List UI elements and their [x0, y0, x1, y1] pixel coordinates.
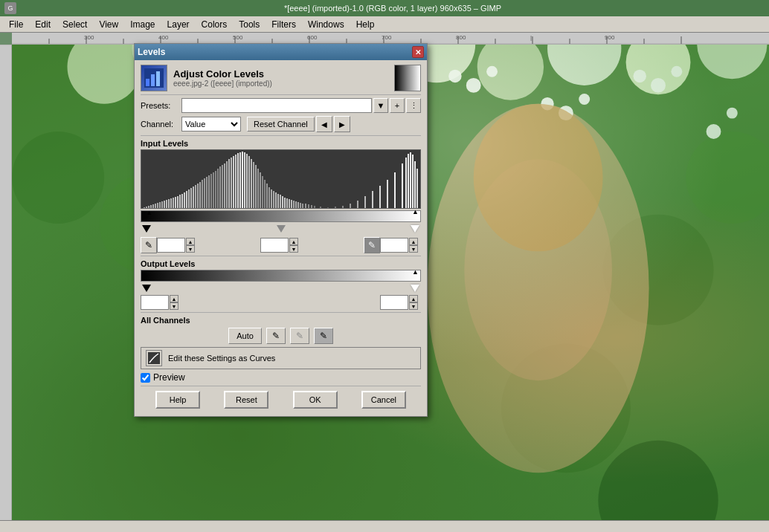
output-max-up[interactable]: ▲	[409, 295, 418, 302]
svg-rect-73	[141, 208, 143, 209]
menu-view[interactable]: View	[93, 18, 124, 31]
reset-channel-button[interactable]: Reset Channel	[247, 117, 315, 132]
svg-rect-153	[342, 206, 344, 209]
svg-point-64	[474, 104, 603, 252]
svg-rect-151	[327, 207, 329, 209]
black-point-down[interactable]: ▼	[186, 245, 195, 253]
output-white-handle[interactable]	[411, 285, 419, 292]
menu-filters[interactable]: Filters	[266, 18, 302, 31]
svg-rect-121	[248, 156, 250, 209]
menu-file[interactable]: File	[3, 18, 29, 31]
svg-rect-131	[271, 189, 272, 209]
svg-rect-102	[206, 177, 207, 209]
black-point-handle[interactable]	[142, 225, 151, 233]
svg-rect-140	[291, 200, 292, 209]
menu-layer[interactable]: Layer	[161, 18, 196, 31]
menu-edit[interactable]: Edit	[29, 18, 57, 31]
output-max-down[interactable]: ▼	[409, 302, 418, 310]
cancel-button[interactable]: Cancel	[361, 391, 406, 409]
preview-label[interactable]: Preview	[153, 372, 185, 383]
white-eyedropper[interactable]: ✎	[364, 237, 380, 253]
preview-checkbox[interactable]	[141, 373, 150, 383]
histogram	[141, 149, 421, 209]
svg-rect-124	[255, 165, 257, 209]
app-icon: G	[4, 2, 16, 14]
adjust-title: Adjust Color Levels	[173, 68, 394, 80]
channel-history-back[interactable]: ◀	[316, 116, 332, 132]
menu-help[interactable]: Help	[350, 18, 381, 31]
svg-text:500: 500	[233, 34, 243, 41]
svg-rect-78	[152, 204, 154, 209]
close-button[interactable]: ✕	[412, 46, 424, 58]
svg-rect-86	[170, 198, 172, 209]
mid-point-spinbox: 0.15 ▲ ▼	[260, 238, 301, 253]
svg-rect-134	[277, 194, 279, 209]
menu-image[interactable]: Image	[124, 18, 161, 31]
svg-rect-114	[233, 156, 234, 209]
white-point-up[interactable]: ▲	[409, 238, 418, 245]
output-min-up[interactable]: ▲	[170, 295, 178, 302]
preset-menu-button[interactable]: ▼	[373, 98, 388, 113]
curves-icon-button[interactable]	[146, 350, 162, 366]
white-point-down[interactable]: ▼	[409, 245, 418, 253]
white-point-input[interactable]: 255	[380, 238, 408, 253]
presets-row: Presets: ▼ + ⋮	[141, 98, 421, 113]
svg-rect-166	[414, 161, 416, 209]
separator-2	[141, 256, 421, 256]
preset-add-button[interactable]: +	[390, 98, 405, 113]
reset-button[interactable]: Reset	[224, 391, 268, 409]
svg-text:900: 900	[605, 34, 615, 41]
output-slider-track[interactable]: ▲	[141, 270, 421, 282]
slider-triangles	[141, 222, 421, 233]
black-picker-button[interactable]: ✎	[266, 328, 286, 344]
svg-rect-99	[199, 182, 201, 209]
svg-rect-149	[314, 206, 315, 209]
svg-rect-144	[300, 203, 301, 209]
adjust-header: Adjust Color Levels eeee.jpg-2 ([eeee] (…	[141, 65, 421, 95]
channel-history-forward[interactable]: ▶	[334, 116, 350, 132]
black-point-up[interactable]: ▲	[186, 238, 195, 245]
output-max-group: 255 ▲ ▼	[380, 295, 421, 310]
svg-rect-117	[239, 152, 241, 209]
svg-text:800: 800	[456, 34, 466, 41]
input-slider-track[interactable]: ▲ ▲	[141, 210, 421, 222]
white-picker-button[interactable]: ✎	[314, 328, 333, 344]
ruler-left	[0, 45, 12, 520]
svg-text:300: 300	[84, 34, 94, 41]
svg-text:|: |	[530, 34, 532, 41]
svg-rect-112	[228, 159, 230, 209]
black-eyedropper[interactable]: ✎	[141, 237, 157, 253]
mid-point-input[interactable]: 0.15	[260, 238, 289, 253]
channel-select[interactable]: Value Red Green Blue Alpha	[181, 117, 241, 132]
menu-colors[interactable]: Colors	[196, 18, 234, 31]
white-point-handle[interactable]	[411, 225, 419, 233]
separator-3	[141, 312, 421, 313]
presets-input[interactable]	[181, 98, 372, 113]
menu-select[interactable]: Select	[57, 18, 93, 31]
help-button[interactable]: Help	[155, 391, 200, 409]
menu-windows[interactable]: Windows	[302, 18, 350, 31]
output-min-down[interactable]: ▼	[170, 302, 178, 310]
output-black-handle[interactable]	[142, 285, 151, 292]
svg-rect-133	[275, 192, 277, 209]
svg-point-53	[466, 78, 481, 93]
mid-point-down[interactable]: ▼	[289, 245, 298, 253]
auto-button[interactable]: Auto	[228, 328, 262, 344]
gray-picker-button[interactable]: ✎	[290, 328, 309, 344]
mid-point-handle[interactable]	[277, 225, 286, 233]
svg-rect-164	[410, 152, 411, 209]
svg-rect-125	[257, 169, 259, 209]
ok-button[interactable]: OK	[293, 391, 338, 409]
svg-rect-82	[161, 201, 163, 209]
black-point-input[interactable]: 0	[157, 238, 185, 253]
mid-point-up[interactable]: ▲	[289, 238, 298, 245]
output-min-input[interactable]: 0	[141, 295, 169, 310]
channel-row: Channel: Value Red Green Blue Alpha Rese…	[141, 116, 421, 132]
mid-point-spinner: ▲ ▼	[289, 238, 298, 253]
svg-rect-160	[394, 172, 396, 209]
svg-rect-161	[402, 163, 403, 209]
menu-tools[interactable]: Tools	[233, 18, 266, 31]
svg-rect-89	[177, 196, 178, 209]
output-max-input[interactable]: 255	[380, 295, 408, 310]
preset-options-button[interactable]: ⋮	[406, 98, 421, 113]
